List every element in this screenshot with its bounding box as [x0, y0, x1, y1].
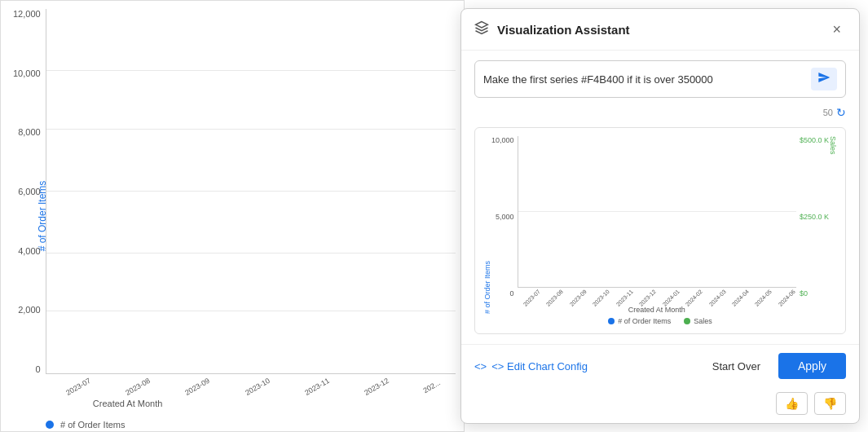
preview-y-left-title: # of Order Items [483, 136, 491, 314]
preview-y-left-labels: 10,000 5,000 0 [491, 136, 518, 314]
outer-container: # of Order Items 12,000 10,000 8,000 6,0… [0, 0, 868, 432]
main-x-axis-title: Created At Month [0, 399, 333, 408]
legend-dot-order-items [46, 421, 54, 429]
edit-chart-config-link[interactable]: <> <> Edit Chart Config [474, 360, 588, 372]
preview-bars-col: 2023-07 2023-08 2023-09 2023-10 2023-11 … [518, 136, 796, 314]
legend-label-order-items: # of Order Items [60, 420, 125, 430]
modal-header: Visualization Assistant × [461, 9, 859, 51]
footer-right: Start Over Apply [703, 353, 846, 379]
prompt-text: Make the first series #F4B400 if it is o… [483, 73, 804, 86]
modal-body: Make the first series #F4B400 if it is o… [461, 51, 859, 344]
preview-legend-dot-sales [684, 318, 690, 324]
preview-y-right-title: Sales [829, 136, 837, 314]
preview-bars-wrapper: 2023-07 2023-08 2023-09 2023-10 2023-11 … [518, 136, 796, 288]
start-over-button[interactable]: Start Over [703, 355, 770, 377]
main-chart: # of Order Items 12,000 10,000 8,000 6,0… [0, 0, 465, 432]
preview-legend: # of Order Items Sales [483, 317, 837, 325]
modal-footer: <> <> Edit Chart Config Start Over Apply [461, 344, 859, 387]
preview-x-axis-title: Created At Month [518, 306, 796, 314]
preview-x-labels: 2023-07 2023-08 2023-09 2023-10 2023-11 … [518, 296, 796, 302]
prompt-send-button[interactable] [811, 68, 837, 90]
preview-legend-item-sales: Sales [684, 317, 712, 325]
preview-bars-row [518, 136, 796, 287]
preview-y-right-labels: $500.0 K $250.0 K $0 [796, 136, 829, 314]
preview-chart-area: # of Order Items 10,000 5,000 0 [483, 136, 837, 314]
main-chart-bars-container [46, 9, 456, 373]
token-refresh-icon[interactable]: ↻ [836, 106, 846, 119]
preview-legend-label-sales: Sales [694, 317, 712, 325]
preview-legend-label-orders: # of Order Items [618, 317, 671, 325]
token-number: 50 [823, 108, 833, 117]
edit-chart-label: <> Edit Chart Config [491, 360, 588, 372]
preview-legend-item-orders: # of Order Items [608, 317, 671, 325]
preview-chart-container: # of Order Items 10,000 5,000 0 [474, 127, 846, 334]
apply-button[interactable]: Apply [778, 353, 846, 379]
main-chart-y-labels: 12,000 10,000 8,000 6,000 4,000 2,000 0 [13, 9, 41, 374]
thumbs-down-button[interactable]: 👎 [814, 392, 846, 415]
prompt-input-row: Make the first series #F4B400 if it is o… [474, 60, 846, 98]
code-icon: <> [474, 360, 487, 372]
feedback-row: 👍 👎 [461, 387, 859, 423]
main-x-labels: 2023-07 2023-08 2023-09 2023-10 2023-11 … [46, 383, 456, 391]
modal-title: Visualization Assistant [497, 23, 819, 37]
main-chart-bars-area: 2023-07 2023-08 2023-09 2023-10 2023-11 … [46, 9, 456, 374]
close-button[interactable]: × [827, 20, 846, 38]
thumbs-up-button[interactable]: 👍 [776, 392, 808, 415]
visualization-assistant-panel: Visualization Assistant × Make the first… [460, 8, 860, 424]
main-legend: # of Order Items [46, 420, 125, 430]
token-count-row: 50 ↻ [474, 106, 846, 119]
assistant-icon [474, 20, 489, 38]
preview-legend-dot-orders [608, 318, 615, 324]
